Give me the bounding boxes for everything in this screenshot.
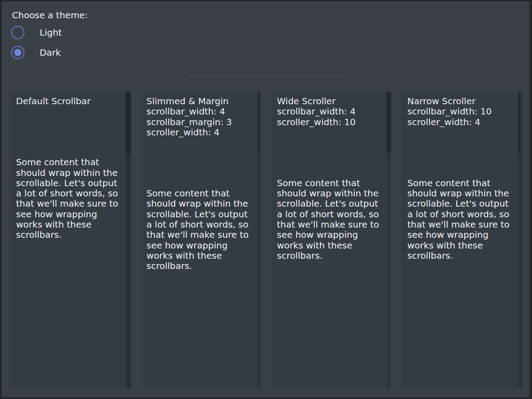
panel-param: scrollbar_width: 4 (277, 106, 383, 117)
panel-header: Narrow Scroller scrollbar_width: 10 scro… (407, 96, 513, 127)
panel-body-text: Some content that should wrap within the… (146, 188, 252, 271)
radio-selected-icon[interactable] (11, 46, 24, 59)
scrollbar-thumb[interactable] (519, 91, 520, 153)
app-window: Choose a theme: Light Dark Default Scrol… (2, 1, 529, 397)
scroll-panel-narrow[interactable]: Narrow Scroller scrollbar_width: 10 scro… (402, 91, 523, 389)
scroll-panel-slimmed[interactable]: Slimmed & Margin scrollbar_width: 4 scro… (141, 91, 262, 389)
panel-param: scrollbar_margin: 3 (146, 117, 252, 127)
panel-param: scroller_width: 4 (407, 117, 513, 127)
panel-title: Wide Scroller (277, 96, 383, 106)
panel-param: scrollbar_width: 10 (407, 106, 513, 117)
panel-param: scrollbar_width: 4 (146, 106, 252, 117)
panel-header: Slimmed & Margin scrollbar_width: 4 scro… (146, 96, 252, 138)
panel-body-text: Some content that should wrap within the… (407, 178, 513, 261)
scrollbar-thumb[interactable] (126, 91, 131, 154)
panel-param: scroller_width: 10 (277, 117, 383, 127)
radio-label-light: Light (40, 27, 62, 38)
panel-header: Default Scrollbar (16, 96, 122, 106)
panel-body-text: Some content that should wrap within the… (277, 178, 383, 261)
radio-unselected-icon[interactable] (11, 26, 24, 39)
vertical-scrollbar[interactable] (126, 91, 131, 389)
vertical-scrollbar[interactable] (258, 91, 260, 389)
scrollbar-thumb[interactable] (386, 91, 391, 153)
panel-param: scroller_width: 4 (146, 127, 252, 138)
scrollbar-thumb[interactable] (258, 91, 260, 152)
radio-option-dark[interactable]: Dark (11, 46, 61, 59)
panel-header: Wide Scroller scrollbar_width: 4 scrolle… (277, 96, 383, 127)
scroll-panel-default[interactable]: Default Scrollbar Some content that shou… (11, 91, 131, 389)
vertical-scrollbar[interactable] (518, 91, 522, 389)
choose-theme-label: Choose a theme: (12, 10, 88, 20)
panel-title: Slimmed & Margin (146, 96, 252, 106)
panel-title: Narrow Scroller (407, 96, 513, 106)
radio-label-dark: Dark (40, 47, 61, 58)
vertical-scrollbar[interactable] (386, 91, 391, 389)
scroll-panel-wide[interactable]: Wide Scroller scrollbar_width: 4 scrolle… (272, 91, 392, 389)
radio-option-light[interactable]: Light (11, 26, 62, 39)
panel-title: Default Scrollbar (16, 96, 122, 106)
panel-body-text: Some content that should wrap within the… (16, 157, 122, 240)
horizontal-divider (190, 76, 344, 77)
